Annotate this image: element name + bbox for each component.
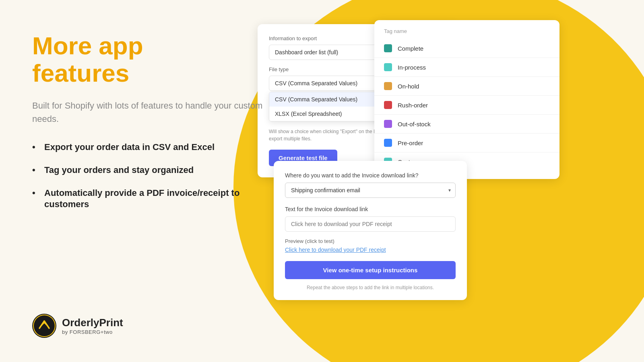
tag-label-outofstock: Out-of-stock — [398, 121, 431, 128]
preview-link[interactable]: Click here to download your PDF receipt — [285, 247, 456, 253]
tag-panel: Tag name Complete In-process On-hold Rus… — [374, 20, 559, 179]
preview-label: Preview (click to test) — [285, 238, 456, 244]
tag-item-onhold[interactable]: On-hold — [374, 77, 559, 96]
tag-label-rushorder: Rush-order — [398, 102, 428, 109]
where-label: Where do you want to add the Invoice dow… — [285, 172, 456, 179]
tag-item-outofstock[interactable]: Out-of-stock — [374, 115, 559, 134]
feature-item-2: Tag your orders and stay organized — [32, 165, 266, 176]
download-text-input[interactable] — [285, 216, 456, 232]
tag-dot-inprocess — [384, 63, 392, 71]
tag-label-inprocess: In-process — [398, 64, 426, 71]
tag-label-complete: Complete — [398, 45, 423, 52]
tag-dot-onhold — [384, 82, 392, 90]
features-list: Export your order data in CSV and Excel … — [32, 142, 266, 210]
left-panel: More app features Built for Shopify with… — [32, 32, 266, 222]
tag-dot-outofstock — [384, 120, 392, 128]
text-label: Text for the Invoice download link — [285, 206, 456, 212]
svg-point-2 — [34, 315, 55, 336]
tag-label-preorder: Pre-order — [398, 140, 423, 146]
tag-item-complete[interactable]: Complete — [374, 39, 559, 58]
subtitle: Built for Shopify with lots of features … — [32, 99, 266, 125]
tag-dot-complete — [384, 44, 392, 52]
repeat-text: Repeat the above steps to add the link i… — [285, 285, 456, 290]
tag-panel-title: Tag name — [374, 28, 559, 39]
tag-dot-rushorder — [384, 101, 392, 109]
tag-item-rushorder[interactable]: Rush-order — [374, 96, 559, 115]
setup-instructions-button[interactable]: View one-time setup instructions — [285, 261, 456, 279]
right-panels: Information to export File type CSV (Com… — [258, 0, 644, 362]
shipping-select[interactable]: Shipping confirmation email — [285, 183, 456, 198]
logo-area: OrderlyPrint by FORSBERG+two — [32, 314, 123, 338]
invoice-panel: Where do you want to add the Invoice dow… — [274, 161, 467, 300]
feature-item-3: Automatically provide a PDF invoice/rece… — [32, 187, 266, 210]
logo-sub: by FORSBERG+two — [62, 329, 123, 335]
tag-item-preorder[interactable]: Pre-order — [374, 134, 559, 152]
logo-text: OrderlyPrint by FORSBERG+two — [62, 317, 123, 335]
logo-name: OrderlyPrint — [62, 317, 123, 329]
tag-dot-preorder — [384, 139, 392, 147]
tag-label-onhold: On-hold — [398, 83, 419, 90]
orderly-print-logo-icon — [32, 314, 56, 338]
feature-item-1: Export your order data in CSV and Excel — [32, 142, 266, 153]
main-title: More app features — [32, 32, 266, 87]
shipping-select-wrapper: Shipping confirmation email ▾ — [285, 183, 456, 198]
tag-item-inprocess[interactable]: In-process — [374, 58, 559, 77]
